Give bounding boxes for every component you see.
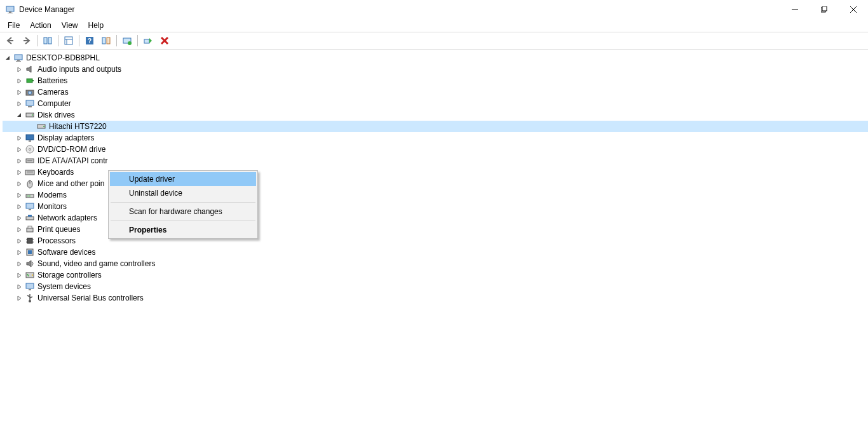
context-menu-properties[interactable]: Properties: [110, 223, 256, 237]
tree-item-label: Batteries: [37, 76, 67, 85]
chevron-right-icon[interactable]: [14, 76, 24, 86]
svg-point-65: [32, 274, 33, 276]
toolbar-enable-device-button[interactable]: [140, 33, 156, 48]
toolbar-uninstall-device-button[interactable]: [157, 33, 172, 48]
chevron-right-icon[interactable]: [14, 236, 24, 246]
device-tree[interactable]: DESKTOP-BDB8PHLAudio inputs and outputsB…: [0, 50, 868, 446]
minimize-button[interactable]: [780, 0, 810, 19]
context-menu-separator: [111, 220, 255, 221]
chevron-right-icon[interactable]: [14, 201, 24, 212]
toolbar-separator: [79, 35, 79, 46]
chevron-right-icon[interactable]: [14, 167, 24, 177]
chevron-down-icon[interactable]: [14, 110, 24, 120]
svg-point-30: [29, 91, 32, 95]
chevron-right-icon[interactable]: [14, 190, 24, 200]
chevron-right-icon[interactable]: [14, 270, 24, 280]
tree-item[interactable]: Computer: [3, 98, 868, 109]
svg-point-40: [29, 149, 31, 151]
chevron-right-icon[interactable]: [14, 156, 24, 166]
dvd-icon: [25, 144, 35, 154]
toolbar-separator: [116, 35, 117, 46]
svg-rect-32: [28, 106, 32, 107]
close-button[interactable]: [839, 0, 868, 19]
svg-rect-55: [27, 228, 33, 232]
window-controls: [780, 0, 868, 19]
context-menu-update-driver[interactable]: Update driver: [110, 172, 256, 186]
camera-icon: [25, 87, 35, 97]
tree-item[interactable]: DVD/CD-ROM drive: [3, 144, 868, 155]
tree-item[interactable]: Display adapters: [3, 132, 868, 144]
svg-rect-57: [27, 238, 32, 243]
toolbar-separator: [37, 35, 37, 46]
toolbar-separator: [137, 35, 138, 46]
chevron-right-icon[interactable]: [14, 247, 24, 257]
context-menu-scan-hardware[interactable]: Scan for hardware changes: [110, 205, 256, 219]
disk-icon: [36, 121, 46, 132]
usb-icon: [25, 293, 35, 303]
chevron-right-icon[interactable]: [14, 87, 24, 97]
tree-item[interactable]: Cameras: [3, 86, 868, 98]
chevron-right-icon[interactable]: [14, 293, 24, 303]
menu-help[interactable]: Help: [83, 20, 109, 31]
tree-item[interactable]: Audio inputs and outputs: [3, 64, 868, 75]
storage-icon: [25, 270, 35, 280]
tree-item[interactable]: IDE ATA/ATAPI contr: [3, 155, 868, 166]
chevron-right-icon[interactable]: [14, 179, 24, 189]
tree-item-label: Storage controllers: [37, 271, 102, 280]
svg-rect-51: [26, 203, 34, 208]
svg-rect-17: [102, 37, 105, 44]
tree-item-label: Network adapters: [37, 213, 97, 222]
tree-root[interactable]: DESKTOP-BDB8PHL: [3, 52, 868, 64]
computer-icon: [25, 98, 35, 109]
context-menu: Update driver Uninstall device Scan for …: [108, 170, 258, 239]
tree-item-label: System devices: [37, 282, 91, 291]
chevron-right-icon[interactable]: [14, 259, 24, 269]
menubar: File Action View Help: [0, 19, 868, 32]
toolbar-action-button[interactable]: [98, 33, 114, 48]
chevron-right-icon[interactable]: [14, 133, 24, 143]
chevron-right-icon[interactable]: [14, 224, 24, 234]
toolbar-update-driver-button[interactable]: [119, 33, 135, 48]
svg-rect-31: [26, 100, 34, 105]
chevron-right-icon[interactable]: [14, 144, 24, 154]
toolbar-back-button[interactable]: [3, 33, 18, 48]
chevron-right-icon[interactable]: [14, 98, 24, 109]
tree-item-label: Disk drives: [37, 111, 75, 119]
chevron-down-icon[interactable]: [3, 53, 13, 63]
tree-item[interactable]: System devices: [3, 281, 868, 292]
toolbar-separator: [58, 35, 58, 46]
system-icon: [25, 281, 35, 292]
maximize-button[interactable]: [810, 0, 839, 19]
tree-item-label: Computer: [37, 99, 71, 108]
tree-item-label: Software devices: [37, 248, 95, 257]
svg-rect-12: [65, 37, 72, 44]
display-icon: [25, 133, 35, 143]
toolbar-forward-button[interactable]: [19, 33, 34, 48]
svg-rect-54: [28, 215, 32, 217]
toolbar-help-button[interactable]: ?: [82, 33, 97, 48]
tree-item[interactable]: Universal Serial Bus controllers: [3, 292, 868, 304]
svg-rect-25: [17, 60, 20, 61]
tree-item[interactable]: Disk drives: [3, 109, 868, 121]
toolbar-show-hide-console-button[interactable]: [40, 33, 55, 48]
toolbar-properties-button[interactable]: [61, 33, 76, 48]
tree-item[interactable]: Batteries: [3, 75, 868, 86]
tree-child-item[interactable]: Hitachi HTS7220: [3, 121, 868, 132]
menu-view[interactable]: View: [57, 20, 83, 31]
chevron-right-icon[interactable]: [14, 64, 24, 74]
tree-item[interactable]: Sound, video and game controllers: [3, 258, 868, 269]
mouse-icon: [25, 179, 35, 189]
titlebar: Device Manager: [0, 0, 868, 19]
tree-item[interactable]: Software devices: [3, 247, 868, 258]
context-menu-uninstall-device[interactable]: Uninstall device: [110, 186, 256, 200]
menu-action[interactable]: Action: [25, 20, 56, 31]
chevron-right-icon[interactable]: [14, 213, 24, 223]
context-menu-separator: [111, 202, 255, 203]
tree-item[interactable]: Storage controllers: [3, 269, 868, 281]
svg-rect-11: [48, 37, 51, 44]
svg-point-34: [32, 114, 33, 116]
menu-file[interactable]: File: [3, 20, 25, 31]
svg-rect-67: [29, 289, 31, 290]
chevron-right-icon[interactable]: [14, 281, 24, 292]
sound-icon: [25, 259, 35, 269]
